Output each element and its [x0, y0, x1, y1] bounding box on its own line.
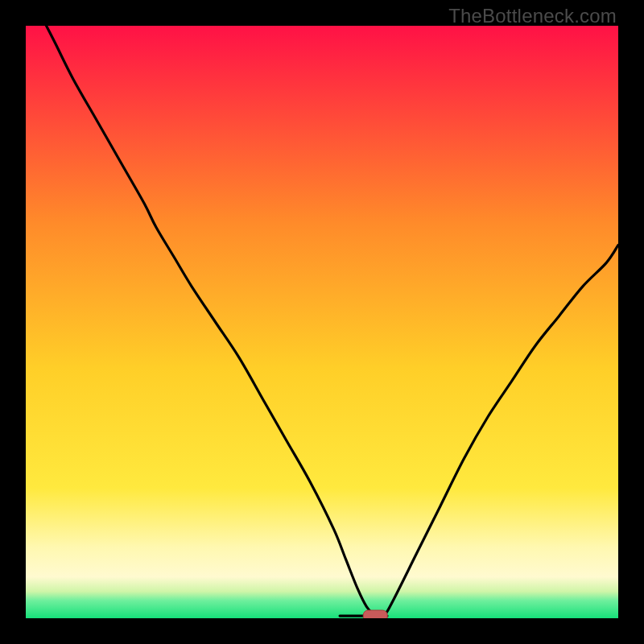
optimal-marker [363, 610, 387, 618]
plot-area [26, 26, 618, 618]
svg-rect-0 [26, 26, 618, 618]
watermark-text: TheBottleneck.com [448, 5, 617, 27]
chart-frame: TheBottleneck.com [0, 0, 644, 644]
background-gradient [26, 26, 618, 618]
